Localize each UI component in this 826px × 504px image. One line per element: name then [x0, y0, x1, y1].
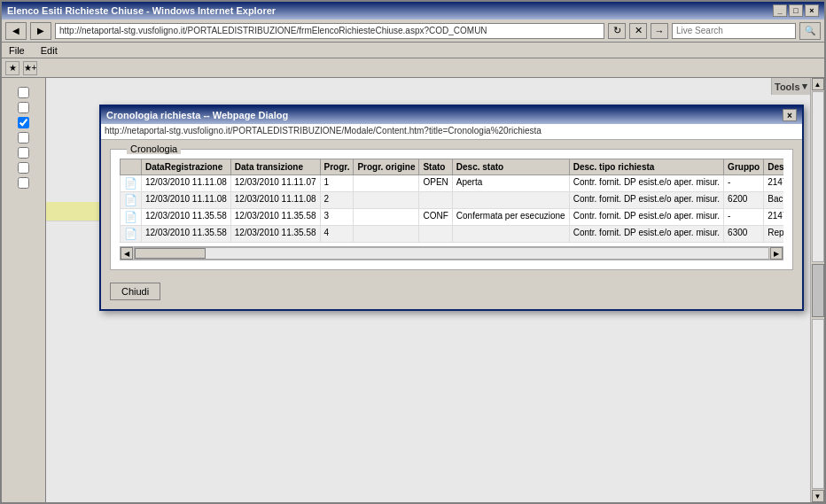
cell-progr: 1	[320, 175, 354, 192]
close-button[interactable]: ×	[805, 4, 819, 17]
dialog-body: Cronologia DataRegistrazione D	[101, 140, 802, 309]
menu-bar: File Edit	[2, 43, 824, 58]
scroll-track-lower	[812, 319, 824, 490]
dialog-title-bar: Cronologia richiesta -- Webpage Dialog ×	[101, 106, 802, 124]
menu-file[interactable]: File	[5, 45, 28, 56]
scroll-thumb[interactable]	[812, 264, 824, 317]
table-row: 📄 12/03/2010 11.11.08 12/03/2010 11.11.0…	[121, 175, 784, 192]
cell-progr-orig	[354, 226, 419, 243]
col-icon	[121, 159, 142, 175]
content-area: Tools ▾ Cronologia richiesta -- Webpage …	[2, 78, 824, 502]
scroll-down-button[interactable]: ▼	[812, 490, 824, 502]
col-desc-tipo: Desc. tipo richiesta	[569, 159, 723, 175]
row-checkbox-6[interactable]	[18, 162, 29, 174]
cronologia-table: DataRegistrazione Data transizione Progr…	[120, 159, 783, 243]
cronologia-label: Cronologia	[127, 143, 181, 154]
scrollbar-thumb[interactable]	[135, 248, 206, 259]
cell-progr: 2	[320, 192, 354, 209]
row-checkbox-4[interactable]	[18, 132, 29, 143]
chiudi-button[interactable]: Chiudi	[110, 283, 160, 300]
maximize-button[interactable]: □	[789, 4, 803, 17]
cell-desc-tipo: Contr. fornit. DP esist.e/o aper. misur.	[569, 226, 723, 243]
cell-desc-gruppo: Back Office Distribuzione	[764, 192, 783, 209]
table-scroll-container[interactable]: DataRegistrazione Data transizione Progr…	[120, 159, 783, 243]
cell-progr: 4	[320, 226, 354, 243]
dialog-title: Cronologia richiesta -- Webpage Dialog	[106, 110, 288, 120]
cell-gruppo: -	[724, 209, 764, 226]
dialog-close-button[interactable]: ×	[783, 109, 797, 121]
cell-stato	[419, 226, 452, 243]
scroll-up-button[interactable]: ▲	[812, 78, 824, 90]
row-checkbox-5[interactable]	[18, 147, 29, 159]
cronologia-dialog: Cronologia richiesta -- Webpage Dialog ×…	[99, 105, 804, 311]
cell-stato: OPEN	[419, 175, 452, 192]
address-bar[interactable]	[55, 23, 604, 39]
table-header: DataRegistrazione Data transizione Progr…	[121, 159, 784, 175]
cell-gruppo: 6300	[724, 226, 764, 243]
row-checkbox-7[interactable]	[18, 177, 29, 189]
row-checkbox-1[interactable]	[18, 87, 29, 98]
cell-stato: CONF	[419, 209, 452, 226]
table-row: 📄 12/03/2010 11.35.58 12/03/2010 11.35.5…	[121, 226, 784, 243]
col-data-reg: DataRegistrazione	[142, 159, 231, 175]
cell-data-reg: 12/03/2010 11.11.08	[142, 192, 231, 209]
col-desc-gruppo: Desc. gruppo	[764, 159, 783, 175]
back-button[interactable]: ◀	[5, 22, 27, 40]
title-bar: Elenco Esiti Richieste Chiuse - Windows …	[2, 2, 824, 19]
cell-progr-orig	[354, 175, 419, 192]
favorites-bar: ★ ★+	[2, 58, 824, 78]
scroll-right-button[interactable]: ▶	[770, 247, 783, 260]
col-progr: Progr.	[320, 159, 354, 175]
sidebar	[2, 78, 46, 502]
cell-icon: 📄	[121, 192, 142, 209]
horizontal-scrollbar[interactable]: ◀ ▶	[120, 246, 783, 260]
window-controls: _ □ ×	[773, 4, 819, 17]
cell-data-trans: 12/03/2010 11.11.07	[230, 175, 320, 192]
browser-title: Elenco Esiti Richieste Chiuse - Windows …	[7, 5, 276, 16]
table-row: 📄 12/03/2010 11.11.08 12/03/2010 11.11.0…	[121, 192, 784, 209]
dialog-address-bar: http://netaportal-stg.vusfoligno.it/PORT…	[101, 124, 802, 140]
cell-desc-gruppo: 2147483648	[764, 175, 783, 192]
cell-desc-tipo: Contr. fornit. DP esist.e/o aper. misur.	[569, 209, 723, 226]
favorites-add-button[interactable]: ★+	[23, 61, 37, 75]
table-body: 📄 12/03/2010 11.11.08 12/03/2010 11.11.0…	[121, 175, 784, 243]
refresh-button[interactable]: ↻	[608, 23, 626, 39]
row-checkbox-3[interactable]	[18, 117, 29, 128]
browser-toolbar: ◀ ▶ ↻ ✕ → 🔍	[2, 19, 824, 43]
search-go-button[interactable]: 🔍	[799, 22, 821, 40]
cell-progr: 3	[320, 209, 354, 226]
cell-icon: 📄	[121, 175, 142, 192]
right-scrollbar: ▲ ▼	[810, 78, 824, 502]
stop-button[interactable]: ✕	[629, 23, 647, 39]
scroll-track[interactable]	[812, 91, 824, 262]
cell-data-trans: 12/03/2010 11.35.58	[230, 209, 320, 226]
forward-button[interactable]: ▶	[30, 22, 51, 40]
search-input[interactable]	[672, 23, 796, 39]
scrollbar-track[interactable]	[134, 247, 769, 260]
cell-gruppo: 6200	[724, 192, 764, 209]
browser-window: Elenco Esiti Richieste Chiuse - Windows …	[0, 0, 826, 504]
cell-desc-stato	[452, 226, 569, 243]
cell-desc-stato	[452, 192, 569, 209]
main-area: Tools ▾ Cronologia richiesta -- Webpage …	[46, 78, 824, 502]
scroll-left-button[interactable]: ◀	[121, 247, 133, 260]
cell-data-reg: 12/03/2010 11.11.08	[142, 175, 231, 192]
dialog-overlay: Cronologia richiesta -- Webpage Dialog ×…	[46, 78, 824, 502]
cronologia-group: Cronologia DataRegistrazione D	[110, 149, 793, 270]
col-data-trans: Data transizione	[230, 159, 320, 175]
cell-data-trans: 12/03/2010 11.11.08	[230, 192, 320, 209]
minimize-button[interactable]: _	[773, 4, 787, 17]
cell-desc-tipo: Contr. fornit. DP esist.e/o aper. misur.	[569, 175, 723, 192]
cell-progr-orig	[354, 192, 419, 209]
favorites-star-button[interactable]: ★	[5, 61, 19, 75]
cell-data-reg: 12/03/2010 11.35.58	[142, 209, 231, 226]
go-button[interactable]: →	[651, 23, 668, 39]
table-row: 📄 12/03/2010 11.35.58 12/03/2010 11.35.5…	[121, 209, 784, 226]
cell-desc-tipo: Contr. fornit. DP esist.e/o aper. misur.	[569, 192, 723, 209]
row-checkbox-2[interactable]	[18, 102, 29, 113]
cell-progr-orig	[354, 209, 419, 226]
menu-edit[interactable]: Edit	[37, 45, 61, 56]
cell-data-trans: 12/03/2010 11.35.58	[230, 226, 320, 243]
cell-desc-gruppo: 2147483648	[764, 209, 783, 226]
col-stato: Stato	[419, 159, 452, 175]
